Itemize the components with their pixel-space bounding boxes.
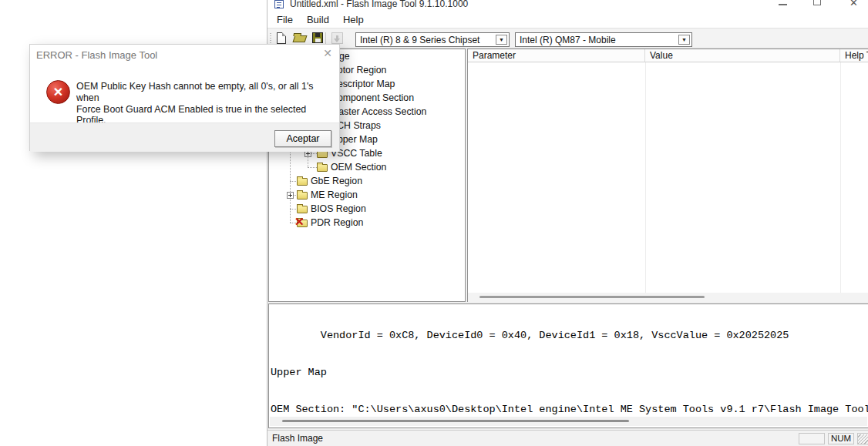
log-line: OEM Section: "C:\Users\axus0\Desktop\Int…: [271, 404, 868, 416]
maximize-icon[interactable]: [813, 0, 821, 5]
column-header-value[interactable]: Value: [645, 49, 840, 62]
menu-bar: File Build Help: [267, 12, 868, 28]
build-image-icon: [331, 32, 343, 44]
log-line: Upper Map: [271, 367, 868, 379]
log-line: VendorId = 0xC8, DeviceId0 = 0x40, Devic…: [271, 330, 868, 342]
tree-item-bios-region[interactable]: BIOS Region: [269, 202, 465, 216]
scrollbar-thumb[interactable]: [282, 420, 629, 422]
error-message-line1: OEM Public Key Hash cannot be empty, all…: [76, 81, 337, 104]
menu-build[interactable]: Build: [300, 12, 336, 27]
dialog-footer: Aceptar: [30, 122, 339, 152]
grid-horizontal-scrollbar[interactable]: [468, 293, 868, 302]
chipset-combo[interactable]: Intel (R) 8 & 9 Series Chipset ▼: [355, 32, 510, 47]
title-bar: Untitled.xml - Flash Image Tool 9.1.10.1…: [267, 0, 868, 12]
desktop: Untitled.xml - Flash Image Tool 9.1.10.1…: [0, 0, 868, 446]
window-title: Untitled.xml - Flash Image Tool 9.1.10.1…: [290, 0, 468, 9]
dialog-close-icon[interactable]: ✕: [323, 47, 332, 59]
status-text: Flash Image: [272, 433, 323, 444]
parameter-grid: Parameter Value Help T: [467, 49, 868, 302]
resize-grip-icon[interactable]: [858, 434, 868, 444]
scrollbar-thumb[interactable]: [479, 296, 705, 298]
status-bar: Flash Image NUM: [267, 430, 868, 446]
column-header-help-text[interactable]: Help T: [840, 49, 868, 62]
column-header-parameter[interactable]: Parameter: [468, 49, 645, 62]
dialog-title: ERROR - Flash Image Tool: [36, 49, 157, 61]
error-dialog: ERROR - Flash Image Tool ✕ ✕ OEM Public …: [29, 44, 340, 151]
save-floppy-icon: [312, 32, 323, 43]
column-divider: [645, 62, 646, 293]
status-panel-num: NUM: [828, 433, 854, 444]
close-icon[interactable]: ✕: [849, 0, 858, 8]
folder-icon: [297, 178, 308, 186]
chevron-down-icon[interactable]: ▼: [496, 35, 507, 45]
toolbar-separator: [325, 32, 326, 45]
red-x-icon: ✕: [294, 215, 304, 229]
folder-icon: [297, 206, 308, 213]
folder-icon: [317, 164, 328, 172]
app-icon: [274, 0, 284, 8]
new-file-icon: [277, 32, 286, 44]
toolbar-grip: [270, 33, 271, 45]
chipset-combo-value: Intel (R) 8 & 9 Series Chipset: [360, 35, 479, 45]
expand-icon[interactable]: [287, 192, 294, 199]
toolbar: Intel (R) 8 & 9 Series Chipset ▼ Intel (…: [267, 28, 868, 49]
menu-help[interactable]: Help: [336, 12, 371, 27]
build-log-text: VendorId = 0xC8, DeviceId0 = 0x40, Devic…: [271, 305, 868, 428]
folder-icon: [297, 192, 308, 200]
tree-item-pdr-region[interactable]: ✕PDR Region: [269, 216, 465, 230]
accept-button[interactable]: Aceptar: [274, 130, 331, 147]
menu-file[interactable]: File: [270, 12, 300, 27]
app-window-flash-image-tool: Untitled.xml - Flash Image Tool 9.1.10.1…: [267, 0, 868, 446]
tree-item-oem-section[interactable]: OEM Section: [269, 160, 465, 174]
platform-combo-value: Intel (R) QM87 - Mobile: [520, 35, 616, 45]
chevron-down-icon[interactable]: ▼: [678, 35, 690, 45]
minimize-icon[interactable]: [779, 4, 787, 5]
platform-combo[interactable]: Intel (R) QM87 - Mobile ▼: [515, 32, 692, 47]
column-divider: [840, 62, 841, 293]
build-log-panel: VendorId = 0xC8, DeviceId0 = 0x40, Devic…: [268, 303, 868, 428]
error-icon: ✕: [46, 80, 70, 104]
tree-item-gbe-region[interactable]: GbE Region: [269, 174, 465, 188]
grid-header: Parameter Value Help T: [468, 49, 868, 62]
status-panel-empty: [799, 433, 825, 444]
log-horizontal-scrollbar[interactable]: [270, 417, 867, 426]
error-message: OEM Public Key Hash cannot be empty, all…: [76, 81, 337, 126]
tree-item-me-region[interactable]: ME Region: [269, 188, 465, 202]
open-folder-icon: [293, 35, 308, 42]
